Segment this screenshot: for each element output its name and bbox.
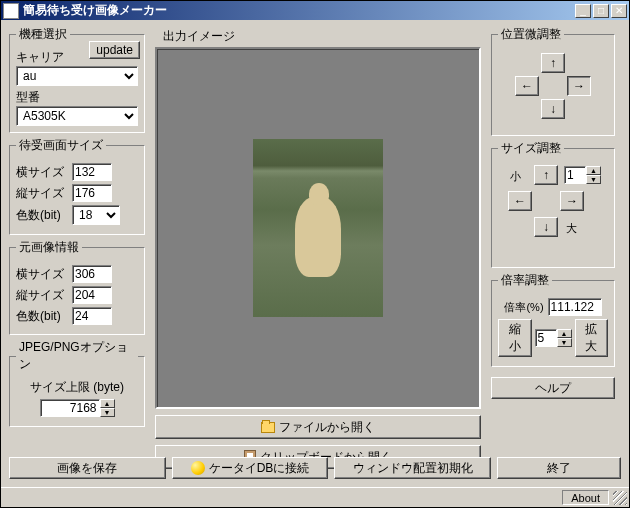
position-adjust-group: 位置微調整 ↑ ↓ ← → — [491, 26, 615, 136]
window-title: 簡易待ち受け画像メーカー — [23, 2, 575, 19]
size-limit-input[interactable] — [40, 399, 100, 417]
ratio-step-down[interactable]: ▼ — [557, 338, 572, 347]
source-w-input[interactable] — [72, 265, 112, 283]
source-h-label: 縦サイズ — [16, 287, 68, 304]
main-window: 簡易待ち受け画像メーカー _ □ ✕ 機種選択 update キャリア au 型… — [0, 0, 630, 508]
preview-area — [155, 47, 481, 409]
ratio-step-up[interactable]: ▲ — [557, 329, 572, 338]
size-left-button[interactable]: ← — [508, 191, 532, 211]
screen-bits-select[interactable]: 18 — [72, 205, 120, 225]
reset-layout-button[interactable]: ウィンドウ配置初期化 — [334, 457, 491, 479]
size-up-button[interactable]: ↑ — [534, 165, 558, 185]
folder-open-icon — [261, 422, 275, 433]
client-area: 機種選択 update キャリア au 型番 A5305K 待受画面サイズ 横サ… — [1, 20, 629, 507]
shrink-button[interactable]: 縮小 — [498, 319, 532, 357]
output-image-label: 出力イメージ — [163, 28, 481, 45]
source-info-legend: 元画像情報 — [16, 239, 82, 256]
maximize-button[interactable]: □ — [593, 4, 609, 18]
size-limit-label: サイズ上限 (byte) — [16, 379, 138, 396]
size-small-label: 小 — [510, 169, 521, 184]
size-step-input[interactable] — [564, 166, 586, 184]
screen-w-label: 横サイズ — [16, 164, 68, 181]
ratio-step-input[interactable] — [535, 329, 557, 347]
size-right-button[interactable]: → — [560, 191, 584, 211]
model-select-legend: 機種選択 — [16, 26, 70, 43]
pos-right-button[interactable]: → — [567, 76, 591, 96]
ratio-adjust-group: 倍率調整 倍率(%) 縮小 ▲▼ 拡大 — [491, 272, 615, 367]
jpeg-options-group: JPEG/PNGオプション サイズ上限 (byte) ▲▼ — [9, 339, 145, 427]
pos-up-button[interactable]: ↑ — [541, 53, 565, 73]
size-large-label: 大 — [566, 221, 577, 236]
model-label: 型番 — [16, 89, 138, 106]
help-button[interactable]: ヘルプ — [491, 377, 615, 399]
ratio-input[interactable] — [548, 298, 602, 316]
screen-bits-label: 色数(bit) — [16, 207, 68, 224]
ratio-label: 倍率(%) — [504, 300, 543, 315]
enlarge-button[interactable]: 拡大 — [575, 319, 609, 357]
close-button[interactable]: ✕ — [611, 4, 627, 18]
update-button[interactable]: update — [89, 41, 140, 59]
size-adjust-group: サイズ調整 小 ↑ ▲▼ ← → ↓ 大 — [491, 140, 615, 268]
connect-db-button[interactable]: ケータイDBに接続 — [172, 457, 329, 479]
position-adjust-legend: 位置微調整 — [498, 26, 564, 43]
size-limit-up[interactable]: ▲ — [100, 399, 115, 408]
screen-size-legend: 待受画面サイズ — [16, 137, 106, 154]
source-bits-input[interactable] — [72, 307, 112, 325]
source-w-label: 横サイズ — [16, 266, 68, 283]
screen-w-input[interactable] — [72, 163, 112, 181]
globe-icon — [191, 461, 205, 475]
size-down-button[interactable]: ↓ — [534, 217, 558, 237]
save-image-button[interactable]: 画像を保存 — [9, 457, 166, 479]
resize-grip-icon[interactable] — [613, 491, 627, 505]
app-icon — [3, 3, 19, 19]
pos-down-button[interactable]: ↓ — [541, 99, 565, 119]
about-status[interactable]: About — [562, 490, 609, 505]
pos-left-button[interactable]: ← — [515, 76, 539, 96]
exit-button[interactable]: 終了 — [497, 457, 621, 479]
minimize-button[interactable]: _ — [575, 4, 591, 18]
source-info-group: 元画像情報 横サイズ 縦サイズ 色数(bit) — [9, 239, 145, 335]
screen-h-label: 縦サイズ — [16, 185, 68, 202]
preview-image — [253, 139, 383, 317]
status-bar: About — [1, 487, 629, 507]
screen-size-group: 待受画面サイズ 横サイズ 縦サイズ 色数(bit)18 — [9, 137, 145, 235]
size-adjust-legend: サイズ調整 — [498, 140, 564, 157]
size-step-up[interactable]: ▲ — [586, 166, 601, 175]
open-file-button[interactable]: ファイルから開く — [155, 415, 481, 439]
source-bits-label: 色数(bit) — [16, 308, 68, 325]
screen-h-input[interactable] — [72, 184, 112, 202]
model-select-group: 機種選択 update キャリア au 型番 A5305K — [9, 26, 145, 133]
model-select[interactable]: A5305K — [16, 106, 138, 126]
size-step-down[interactable]: ▼ — [586, 175, 601, 184]
source-h-input[interactable] — [72, 286, 112, 304]
jpeg-options-legend: JPEG/PNGオプション — [16, 339, 138, 373]
size-limit-down[interactable]: ▼ — [100, 408, 115, 417]
ratio-adjust-legend: 倍率調整 — [498, 272, 552, 289]
titlebar: 簡易待ち受け画像メーカー _ □ ✕ — [1, 1, 629, 20]
carrier-select[interactable]: au — [16, 66, 138, 86]
